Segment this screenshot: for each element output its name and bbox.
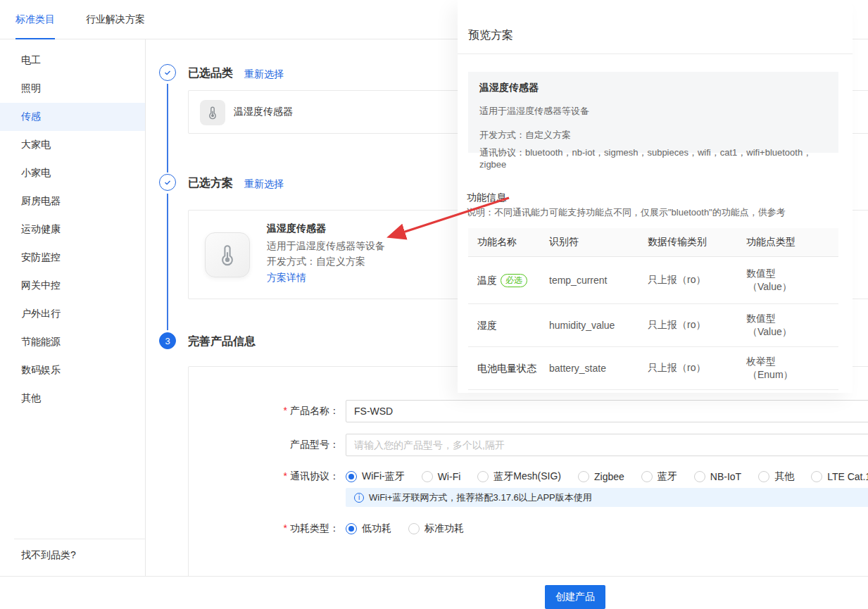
radio-nbiot[interactable]: NB-IoT: [694, 471, 741, 482]
radio-icon: [578, 471, 589, 482]
preview-dev-mode: 开发方式：自定义方案: [479, 129, 827, 142]
radio-icon: [346, 523, 357, 534]
step3-title: 完善产品信息: [188, 334, 256, 349]
tab-industry-solution[interactable]: 行业解决方案: [86, 0, 145, 39]
radio-icon: [477, 471, 489, 482]
radio-lte-cat1[interactable]: LTE Cat.1: [811, 471, 868, 482]
step-connector: [167, 84, 168, 172]
required-asterisk: *: [284, 405, 287, 416]
product-create-page: 标准类目 行业解决方案 电工 照明 传感 大家电 小家电 厨房电器 运动健康 安…: [0, 0, 868, 609]
table-row: 电池电量状态 battery_state 只上报（ro） 枚举型（Enum）: [468, 347, 838, 390]
step2-check-icon: [159, 174, 176, 191]
col-function-name: 功能名称: [468, 236, 540, 249]
product-info-form: *产品名称： 产品型号： *通讯协议： WiFi-蓝牙 Wi-Fi 蓝牙Mesh…: [188, 366, 868, 604]
preview-divider: [458, 54, 853, 54]
category-sidebar: 电工 照明 传感 大家电 小家电 厨房电器 运动健康 安防监控 网关中控 户外出…: [0, 39, 146, 576]
sidebar-item-digital-entertainment[interactable]: 数码娱乐: [0, 356, 145, 384]
function-info-heading: 功能信息: [467, 192, 506, 204]
solution-detail-link[interactable]: 方案详情: [267, 272, 306, 284]
product-name-label: *产品名称：: [189, 405, 346, 417]
table-row: 湿度 humidity_value 只上报（ro） 数值型（Value）: [468, 304, 838, 347]
power-radio-group: 低功耗 标准功耗: [346, 522, 464, 535]
sidebar-item-large-appliance[interactable]: 大家电: [0, 131, 145, 159]
protocol-hint-banner: i WiFi+蓝牙联网方式，推荐搭配3.17.6以上APP版本使用: [346, 488, 868, 507]
selected-category-name: 温湿度传感器: [234, 106, 293, 118]
product-model-label: 产品型号：: [189, 439, 346, 451]
required-asterisk: *: [284, 522, 287, 534]
sidebar-item-kitchen-appliance[interactable]: 厨房电器: [0, 187, 145, 215]
sidebar-item-energy[interactable]: 节能能源: [0, 328, 145, 356]
tab-standard-category[interactable]: 标准类目: [15, 0, 55, 39]
product-name-input[interactable]: [346, 400, 868, 422]
radio-icon: [346, 471, 357, 482]
sidebar-item-lighting[interactable]: 照明: [0, 75, 145, 103]
sidebar-item-security-monitor[interactable]: 安防监控: [0, 244, 145, 272]
radio-other[interactable]: 其他: [758, 470, 794, 483]
preview-protocols: 通讯协议：bluetooth，nb-iot，sigmesh，subpieces，…: [479, 146, 827, 170]
radio-wifi-ble[interactable]: WiFi-蓝牙: [346, 470, 405, 483]
solution-name: 温湿度传感器: [267, 222, 326, 235]
power-type-row: *功耗类型： 低功耗 标准功耗: [189, 522, 464, 535]
col-dp-type: 功能点类型: [737, 236, 838, 249]
sidebar-item-electrical[interactable]: 电工: [0, 46, 145, 75]
sidebar-footer: 找不到品类?: [0, 539, 145, 562]
category-not-found-link[interactable]: 找不到品类?: [0, 539, 145, 562]
sidebar-item-outdoor[interactable]: 户外出行: [0, 300, 145, 328]
create-product-button[interactable]: 创建产品: [545, 585, 605, 609]
step1-check-icon: [159, 64, 176, 81]
radio-icon: [422, 471, 433, 482]
thermometer-icon: [205, 232, 250, 277]
step-connector: [167, 194, 168, 330]
product-model-input[interactable]: [346, 434, 868, 456]
protocol-hint-text: WiFi+蓝牙联网方式，推荐搭配3.17.6以上APP版本使用: [369, 491, 592, 504]
radio-standard-power[interactable]: 标准功耗: [408, 522, 464, 535]
radio-icon: [641, 471, 653, 482]
preview-product-desc: 适用于温湿度传感器等设备: [479, 105, 827, 118]
table-row: 温度必选 temp_current 只上报（ro） 数值型（Value）: [468, 257, 838, 304]
protocol-row: *通讯协议： WiFi-蓝牙 Wi-Fi 蓝牙Mesh(SIG) Zigbee …: [189, 470, 868, 483]
sidebar-item-sport-health[interactable]: 运动健康: [0, 215, 145, 244]
radio-icon: [758, 471, 769, 482]
sidebar-item-gateway[interactable]: 网关中控: [0, 272, 145, 300]
preview-product-name: 温湿度传感器: [479, 82, 827, 94]
protocol-label: *通讯协议：: [189, 470, 346, 483]
info-icon: i: [354, 493, 364, 503]
thermometer-icon: [200, 100, 225, 125]
footer-bar: 创建产品: [0, 576, 868, 609]
preview-title: 预览方案: [468, 28, 513, 43]
sidebar-item-other[interactable]: 其他: [0, 384, 145, 413]
power-type-label: *功耗类型：: [189, 522, 346, 535]
function-table: 功能名称 识别符 数据传输类别 功能点类型 温度必选 temp_current …: [468, 228, 838, 390]
product-name-row: *产品名称：: [189, 400, 868, 422]
solution-dev-mode: 开发方式：自定义方案: [267, 256, 365, 268]
col-identifier: 识别符: [540, 236, 639, 249]
col-transfer-type: 数据传输类别: [639, 236, 737, 249]
radio-icon: [694, 471, 705, 482]
sidebar-item-small-appliance[interactable]: 小家电: [0, 159, 145, 187]
preview-summary-box: 温湿度传感器 适用于温湿度传感器等设备 开发方式：自定义方案 通讯协议：blue…: [468, 72, 838, 153]
radio-icon: [811, 471, 822, 482]
protocol-radio-group: WiFi-蓝牙 Wi-Fi 蓝牙Mesh(SIG) Zigbee 蓝牙 NB-I…: [346, 470, 868, 483]
radio-low-power[interactable]: 低功耗: [346, 522, 391, 535]
product-model-row: 产品型号：: [189, 434, 868, 456]
step1-title: 已选品类: [188, 66, 233, 81]
radio-ble-mesh[interactable]: 蓝牙Mesh(SIG): [477, 470, 561, 483]
solution-preview-panel: 预览方案 温湿度传感器 适用于温湿度传感器等设备 开发方式：自定义方案 通讯协议…: [458, 0, 853, 393]
solution-desc: 适用于温湿度传感器等设备: [267, 240, 385, 253]
sidebar-item-sensor[interactable]: 传感: [0, 103, 145, 131]
required-asterisk: *: [284, 470, 287, 482]
radio-bluetooth[interactable]: 蓝牙: [641, 470, 677, 483]
step3-number-badge: 3: [159, 332, 176, 349]
function-table-header: 功能名称 识别符 数据传输类别 功能点类型: [468, 228, 838, 257]
radio-wifi[interactable]: Wi-Fi: [422, 471, 461, 482]
radio-icon: [408, 523, 420, 534]
required-badge: 必选: [501, 274, 527, 287]
radio-zigbee[interactable]: Zigbee: [578, 471, 624, 482]
step2-reselect-link[interactable]: 重新选择: [244, 178, 284, 191]
function-info-note: 说明：不同通讯能力可能支持功能点不同，仅展示"bluetooth"的功能点，供参…: [467, 206, 786, 219]
step1-reselect-link[interactable]: 重新选择: [244, 68, 284, 81]
category-list: 电工 照明 传感 大家电 小家电 厨房电器 运动健康 安防监控 网关中控 户外出…: [0, 39, 145, 413]
step2-title: 已选方案: [188, 176, 233, 191]
